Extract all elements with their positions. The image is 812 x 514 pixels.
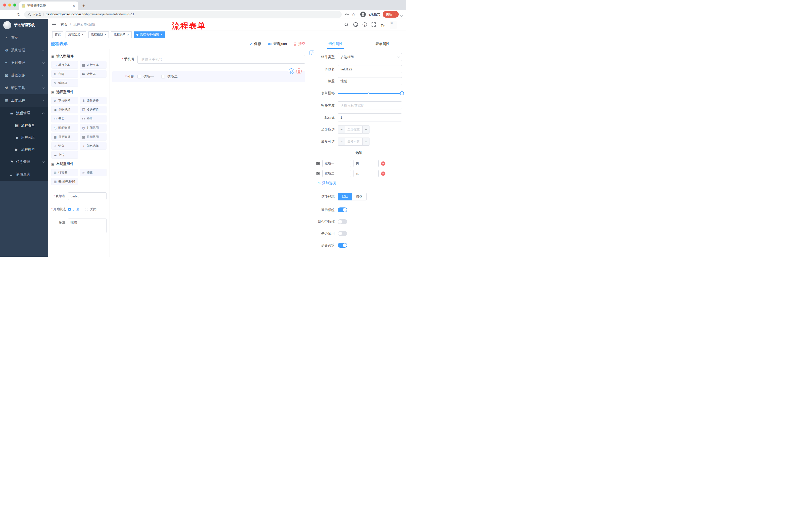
palette-item-time-picker[interactable]: ◷时间选择	[51, 124, 78, 132]
tab-component-props[interactable]: 组件属性	[312, 39, 359, 49]
palette-item-multi-text[interactable]: ▤多行文本	[80, 61, 107, 69]
style-default-button[interactable]: 默认	[338, 193, 352, 200]
close-icon[interactable]: ×	[161, 33, 163, 36]
sidebar-item-user-group[interactable]: ☻ 用户分组	[0, 132, 48, 143]
sidebar-item-home[interactable]: ◔ 首页	[0, 31, 48, 44]
status-off-radio[interactable]: 关闭	[85, 207, 96, 212]
palette-item-password[interactable]: ⊛密码	[51, 70, 78, 78]
status-on-radio[interactable]: 开启	[68, 207, 79, 212]
window-close-button[interactable]	[3, 3, 6, 6]
add-option-button[interactable]: ⊕ 添加选项	[318, 181, 402, 185]
decrease-button[interactable]: −	[338, 138, 345, 145]
form-name-input[interactable]	[68, 192, 107, 200]
style-button-button[interactable]: 按钮	[352, 193, 367, 200]
update-button[interactable]: 更新 ⋮	[383, 11, 399, 18]
browser-menu-icon[interactable]: ⋮	[394, 12, 397, 16]
palette-item-radio-group[interactable]: ◉单选框组	[51, 106, 78, 113]
sidebar-item-process-management[interactable]: ≣ 流程管理	[0, 107, 48, 119]
palette-item-button[interactable]: ☞按钮	[80, 169, 107, 176]
key-icon[interactable]	[344, 11, 350, 18]
sidebar-item-workflow[interactable]: ▦ 工作流程	[0, 94, 48, 107]
sidebar-toggle-icon[interactable]	[52, 23, 56, 26]
browser-tab[interactable]: 芋道管理系统 ×	[19, 1, 78, 10]
window-zoom-button[interactable]	[13, 3, 16, 6]
option-label-input[interactable]	[322, 170, 351, 177]
tag-process-form-edit[interactable]: 流程表单-编辑 ×	[134, 31, 165, 38]
clear-button[interactable]: 清空	[293, 42, 305, 46]
show-label-toggle[interactable]	[338, 208, 347, 212]
slider-handle[interactable]	[400, 91, 404, 95]
sidebar-logo[interactable]: 芋道管理系统	[0, 19, 48, 31]
copy-field-button[interactable]	[289, 69, 294, 74]
view-json-button[interactable]: 查看json	[267, 42, 287, 46]
required-toggle[interactable]	[338, 243, 347, 248]
component-type-select[interactable]: 多选框组	[338, 53, 402, 61]
fullscreen-icon[interactable]	[371, 22, 377, 28]
address-bar[interactable]: 不安全 dashboard.yudao.iocoder.cn /bpm/mana…	[24, 11, 342, 18]
tag-home[interactable]: 首页	[52, 31, 63, 38]
forward-icon[interactable]: →	[9, 11, 16, 18]
new-tab-button[interactable]: +	[80, 2, 87, 9]
drag-handle-icon[interactable]	[316, 172, 320, 175]
close-icon[interactable]: ×	[82, 33, 84, 36]
palette-item-date-picker[interactable]: ▦日期选择	[51, 133, 78, 141]
gender-option-1-checkbox[interactable]: 选项一	[138, 75, 154, 79]
palette-item-counter[interactable]: 123计数器	[80, 70, 107, 78]
tab-close-icon[interactable]: ×	[72, 4, 76, 8]
tag-process-definition[interactable]: 流程定义 ×	[65, 31, 86, 38]
reload-icon[interactable]: ↻	[16, 11, 22, 18]
security-label[interactable]: 不安全	[32, 12, 41, 17]
window-minimize-button[interactable]	[8, 3, 11, 6]
title-input[interactable]	[338, 77, 402, 85]
option-label-input[interactable]	[322, 160, 351, 167]
option-value-input[interactable]	[353, 170, 379, 177]
remove-option-button[interactable]: −	[381, 161, 385, 166]
palette-item-row-container[interactable]: ⊞行容器	[51, 169, 78, 176]
palette-item-checkbox-group[interactable]: ☑多选框组	[80, 106, 107, 113]
palette-item-date-range[interactable]: ▩日期范围	[80, 133, 107, 141]
drag-handle-icon[interactable]	[316, 162, 320, 165]
sidebar-item-leave-query[interactable]: ≡ 请假查询	[0, 168, 48, 181]
font-size-icon[interactable]: TT	[380, 22, 386, 28]
link-icon[interactable]	[310, 51, 314, 55]
option-value-input[interactable]	[353, 160, 379, 167]
palette-item-single-text[interactable]: ▭单行文本	[51, 61, 78, 69]
avatar[interactable]: ▦	[390, 21, 397, 28]
search-icon[interactable]	[343, 22, 349, 28]
sidebar-item-infrastructure[interactable]: ⊡ 基础设施	[0, 69, 48, 82]
palette-item-editor[interactable]: ✎编辑器	[51, 79, 78, 87]
github-icon[interactable]	[352, 22, 358, 28]
palette-item-cascader[interactable]: ⋔级联选择	[80, 97, 107, 104]
sidebar-item-devtools[interactable]: ⚒ 研发工具	[0, 82, 48, 94]
gender-field-block[interactable]: 性别 选项一 选项二	[112, 71, 305, 82]
sidebar-item-system[interactable]: ⚙ 系统管理	[0, 44, 48, 57]
sidebar-item-process-form[interactable]: ▤ 流程表单	[0, 119, 48, 132]
grid-slider[interactable]	[338, 89, 402, 97]
avatar-caret-icon[interactable]	[401, 25, 403, 27]
palette-item-select[interactable]: ⊚下拉选择	[51, 97, 78, 104]
sidebar-item-process-model[interactable]: ▶ 流程模型	[0, 143, 48, 156]
palette-item-color-picker[interactable]: ◑颜色选择	[80, 142, 107, 150]
save-button[interactable]: ✓ 保存	[250, 42, 261, 46]
palette-item-slider[interactable]: ⊶滑块	[80, 115, 107, 123]
palette-item-rate[interactable]: ☆评分	[51, 142, 78, 150]
back-icon[interactable]: ←	[2, 11, 9, 18]
disabled-toggle[interactable]	[338, 231, 347, 236]
phone-input[interactable]	[138, 55, 305, 64]
label-width-input[interactable]	[338, 101, 402, 109]
breadcrumb-home[interactable]: 首页	[61, 22, 67, 27]
help-icon[interactable]: ?	[361, 22, 368, 28]
delete-field-button[interactable]	[296, 69, 302, 74]
border-toggle[interactable]	[338, 219, 347, 224]
form-remark-textarea[interactable]: 嘿嘿	[68, 218, 107, 233]
default-value-input[interactable]	[338, 113, 402, 121]
palette-item-switch[interactable]: ⊷开关	[51, 115, 78, 123]
chevron-down-icon[interactable]	[401, 14, 403, 17]
sidebar-item-payment[interactable]: ¥ 支付管理	[0, 57, 48, 69]
palette-item-upload[interactable]: ☁上传	[51, 151, 78, 159]
palette-item-table[interactable]: ▦表格[开发中]	[51, 178, 78, 185]
close-icon[interactable]: ×	[105, 33, 107, 36]
remove-option-button[interactable]: −	[381, 171, 385, 176]
sidebar-item-task-management[interactable]: ⚑ 任务管理	[0, 156, 48, 168]
phone-field-row[interactable]: 手机号	[112, 55, 305, 64]
